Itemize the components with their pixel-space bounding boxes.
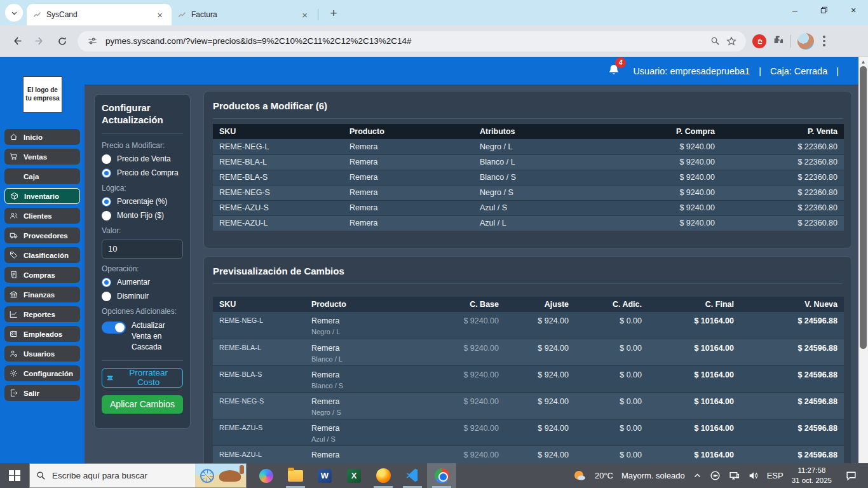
sidebar-item-caja[interactable]: Caja xyxy=(4,168,80,184)
sidebar-item-label: Finanzas xyxy=(24,291,55,299)
zoom-icon[interactable] xyxy=(707,33,723,50)
taskbar-app-explorer[interactable] xyxy=(281,463,310,488)
table-row: REME-AZU-LRemeraAzul / L$ 9240.00$ 924.0… xyxy=(213,445,844,463)
back-button[interactable] xyxy=(6,31,27,51)
tab-search-button[interactable] xyxy=(5,4,23,22)
site-settings-icon[interactable] xyxy=(84,33,100,50)
weather-icon[interactable] xyxy=(573,469,587,483)
radio-option-precio-de-compra[interactable]: Precio de Compra xyxy=(102,168,183,178)
volume-icon[interactable] xyxy=(748,470,759,481)
radio-option-disminuir[interactable]: Disminuir xyxy=(102,292,183,301)
taskbar-app-chrome[interactable] xyxy=(427,463,456,488)
cascade-toggle-row[interactable]: Actualizar Venta en Cascada xyxy=(102,320,183,353)
close-button[interactable]: × xyxy=(839,0,868,20)
value-input[interactable] xyxy=(102,240,183,259)
attribute-subtext: Negro / S xyxy=(311,409,410,416)
sidebar-item-proveedores[interactable]: Proveedores xyxy=(4,227,80,243)
bookmark-star-icon[interactable] xyxy=(723,33,740,50)
window-controls: – × xyxy=(780,0,868,20)
notification-badge: 4 xyxy=(615,57,626,68)
divider xyxy=(213,118,843,119)
chevron-down-icon xyxy=(11,10,18,17)
radio-option-porcentaje-[interactable]: Porcentaje (%) xyxy=(102,197,183,207)
maximize-button[interactable] xyxy=(810,0,839,20)
forward-button[interactable] xyxy=(29,31,50,51)
taskbar-app-firefox[interactable] xyxy=(369,463,398,488)
scrollbar-thumb[interactable] xyxy=(860,66,867,349)
logic-group-label: Lógica: xyxy=(102,184,183,193)
chart-icon xyxy=(10,310,24,318)
column-header: P. Compra xyxy=(597,124,721,139)
camel-art xyxy=(219,470,241,482)
sidebar-item-label: Usuarios xyxy=(24,350,55,358)
prorate-cost-button[interactable]: Prorratear Costo xyxy=(102,368,183,388)
table-header-row: SKUProductoAtributosP. CompraP. Venta xyxy=(213,124,844,139)
extensions-puzzle-icon[interactable] xyxy=(773,34,784,48)
scrollbar-up-arrow[interactable]: ▲ xyxy=(858,57,868,66)
browser-tab-syscand[interactable]: SysCand × xyxy=(27,4,172,25)
sidebar-item-inicio[interactable]: Inicio xyxy=(4,129,80,145)
taskbar-clock[interactable]: 11:27:58 31 oct. 2025 xyxy=(792,466,832,485)
logout-icon xyxy=(10,389,24,397)
taskbar-app-word[interactable]: W xyxy=(310,463,339,488)
clock-date: 31 oct. 2025 xyxy=(792,476,832,486)
url-bar[interactable]: pymes.syscand.com/?view=precios&ids=9%2C… xyxy=(78,31,746,51)
weather-condition[interactable]: Mayorm. soleado xyxy=(621,471,685,480)
radio-icon xyxy=(102,292,111,301)
sidebar-item-empleados[interactable]: Empleados xyxy=(4,326,80,342)
start-button[interactable] xyxy=(0,463,29,488)
sidebar-item-finanzas[interactable]: Finanzas xyxy=(4,287,80,302)
page-scrollbar[interactable]: ▲ xyxy=(858,57,868,463)
sidebar-nav: InicioVentasCajaInventarioClientesProvee… xyxy=(0,129,85,401)
minimize-button[interactable]: – xyxy=(780,0,810,20)
notification-center-icon[interactable] xyxy=(840,463,862,488)
taskbar-app-vscode[interactable] xyxy=(398,463,427,488)
radio-icon xyxy=(102,154,111,164)
meet-now-icon[interactable] xyxy=(710,470,721,481)
language-indicator[interactable]: ESP xyxy=(767,471,783,480)
header-separator: | xyxy=(836,66,839,76)
browser-tab-factura[interactable]: Factura × xyxy=(172,4,316,25)
sidebar-item-label: Empleados xyxy=(24,330,62,338)
chevron-up-icon[interactable] xyxy=(693,471,702,480)
firefox-icon xyxy=(376,468,391,483)
new-tab-button[interactable]: + xyxy=(325,4,342,22)
taskbar-app-excel[interactable]: X xyxy=(339,463,369,488)
tab-close-icon[interactable]: × xyxy=(299,10,310,20)
radio-option-precio-de-venta[interactable]: Precio de Venta xyxy=(102,154,183,164)
url-text[interactable]: pymes.syscand.com/?view=precios&ids=9%2C… xyxy=(105,36,707,46)
apply-changes-button[interactable]: Aplicar Cambios xyxy=(102,395,183,414)
sidebar-item-usuarios[interactable]: Usuarios xyxy=(4,346,80,362)
radio-option-aumentar[interactable]: Aumentar xyxy=(102,278,183,287)
sidebar-item-reportes[interactable]: Reportes xyxy=(4,306,80,322)
sidebar-item-configuracion[interactable]: Configuración xyxy=(4,365,80,381)
table-row: REME-BLA-SRemeraBlanco / S$ 9240.00$ 924… xyxy=(213,365,844,392)
taskbar-app-copilot[interactable] xyxy=(252,463,281,488)
config-panel: Configurar Actualización Precio a Modifi… xyxy=(94,94,191,429)
sidebar-item-compras[interactable]: Compras xyxy=(4,267,80,283)
app-header: 4 Usuario: empresadeprueba1 | Caja: Cerr… xyxy=(0,57,868,85)
gear-icon xyxy=(10,369,24,377)
taskbar-search-input[interactable]: Escribe aquí para buscar xyxy=(29,463,247,488)
column-header: Producto xyxy=(343,124,473,139)
attribute-subtext: Blanco / L xyxy=(311,355,410,363)
sidebar-item-ventas[interactable]: Ventas xyxy=(4,149,80,165)
sidebar-item-salir[interactable]: Salir xyxy=(4,385,80,401)
table-row: REME-NEG-SRemeraNegro / S$ 9240.00$ 924.… xyxy=(213,392,844,419)
sidebar-item-inventario[interactable]: Inventario xyxy=(4,188,80,204)
network-icon[interactable] xyxy=(729,470,740,481)
search-illustration[interactable] xyxy=(195,464,246,487)
reload-button[interactable] xyxy=(52,31,72,51)
products-table: SKUProductoAtributosP. CompraP. Venta RE… xyxy=(213,124,844,231)
tab-close-icon[interactable]: × xyxy=(154,10,165,20)
sidebar-item-clientes[interactable]: Clientes xyxy=(4,208,80,224)
column-header: Ajuste xyxy=(505,297,575,312)
browser-menu-icon[interactable] xyxy=(820,33,828,49)
profile-avatar[interactable] xyxy=(797,33,814,50)
notification-bell-icon[interactable]: 4 xyxy=(607,64,620,78)
content-blocker-icon[interactable] xyxy=(752,34,766,48)
sidebar-item-clasificacion[interactable]: Clasificación xyxy=(4,247,80,263)
toggle-switch[interactable] xyxy=(102,322,126,334)
radio-option-monto-fijo-[interactable]: Monto Fijo ($) xyxy=(102,211,183,220)
weather-temp[interactable]: 20°C xyxy=(595,471,613,480)
